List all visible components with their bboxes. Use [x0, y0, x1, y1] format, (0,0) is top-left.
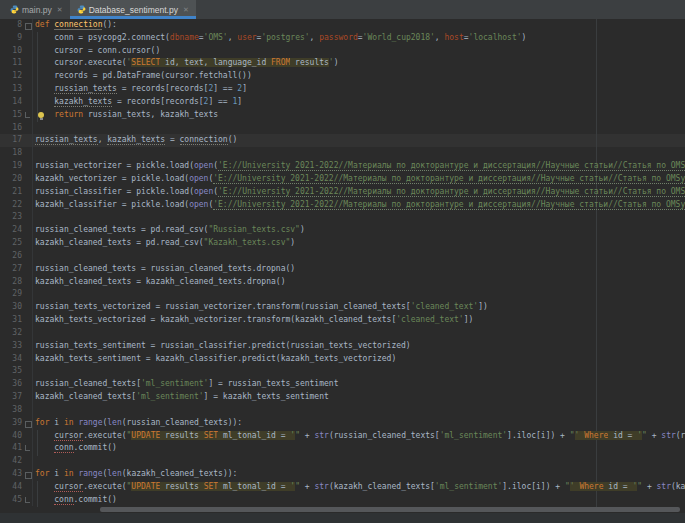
- code-line[interactable]: 45 conn.commit(): [0, 494, 685, 507]
- code-line[interactable]: 14 kazakh_texts = records[records[2] == …: [0, 96, 685, 109]
- gutter-fold-area: [24, 404, 32, 417]
- indent-guide: [37, 481, 38, 507]
- code-line[interactable]: 32: [0, 327, 685, 340]
- code-line[interactable]: 27russian_cleaned_texts = russian_cleane…: [0, 263, 685, 276]
- code-line[interactable]: 25kazakh_cleaned_texts = pd.read_csv("Ka…: [0, 237, 685, 250]
- code-line[interactable]: 20kazakh_vectorizer = pickle.load(open('…: [0, 173, 685, 186]
- code-line[interactable]: 9 conn = psycopg2.connect(dbname='OMS', …: [0, 32, 685, 45]
- gutter-fold-area: [24, 378, 32, 391]
- code-text: conn.commit(): [32, 442, 685, 455]
- line-number: 11: [0, 57, 24, 70]
- code-text: def connection():: [32, 19, 685, 32]
- fold-start-icon[interactable]: [25, 23, 32, 30]
- code-text: russian_cleaned_texts['ml_sentiment'] = …: [32, 378, 685, 391]
- gutter-fold-area: [24, 70, 32, 83]
- code-line[interactable]: 16: [0, 122, 685, 135]
- fold-start-icon[interactable]: [25, 472, 32, 479]
- tab-close-icon[interactable]: ✕: [57, 6, 63, 13]
- code-line[interactable]: 18: [0, 147, 685, 160]
- gutter-fold-area: [24, 340, 32, 353]
- code-line[interactable]: 36russian_cleaned_texts['ml_sentiment'] …: [0, 378, 685, 391]
- code-line[interactable]: 19russian_vectorizer = pickle.load(open(…: [0, 160, 685, 173]
- python-file-icon: [10, 5, 19, 14]
- intention-bulb-icon[interactable]: [38, 112, 44, 118]
- gutter-fold-area: [24, 147, 32, 160]
- code-line[interactable]: 30russian_texts_vectorized = russian_vec…: [0, 301, 685, 314]
- code-line[interactable]: 22kazakh_classifier = pickle.load(open('…: [0, 199, 685, 212]
- tab-database-sentiment-py[interactable]: Database_sentiment.py ✕: [70, 0, 196, 19]
- fold-end-icon[interactable]: [25, 445, 30, 451]
- code-line[interactable]: 15 return russian_texts, kazakh_texts: [0, 109, 685, 122]
- code-text: [32, 327, 685, 340]
- code-line[interactable]: 31kazakh_texts_vectorized = kazakh_vecto…: [0, 314, 685, 327]
- code-line[interactable]: 42: [0, 455, 685, 468]
- gutter-fold-area: [24, 109, 32, 122]
- line-number: 22: [0, 199, 24, 212]
- gutter-fold-area: [24, 83, 32, 96]
- code-text: russian_vectorizer = pickle.load(open('E…: [32, 160, 685, 173]
- indent-guide: [37, 430, 38, 456]
- code-text: [32, 147, 685, 160]
- code-line[interactable]: 34kazakh_texts_sentiment = kazakh_classi…: [0, 353, 685, 366]
- tab-close-icon[interactable]: ✕: [183, 6, 189, 13]
- code-line[interactable]: 29: [0, 288, 685, 301]
- fold-end-icon[interactable]: [25, 112, 30, 118]
- tab-main-py[interactable]: main.py ✕: [3, 0, 70, 19]
- code-text: [32, 288, 685, 301]
- fold-start-icon[interactable]: [25, 421, 32, 428]
- line-number: 37: [0, 391, 24, 404]
- gutter-fold-area: [24, 134, 32, 147]
- code-line[interactable]: 40 cursor.execute("UPDATE results SET ml…: [0, 430, 685, 443]
- code-line[interactable]: 12 records = pd.DataFrame(cursor.fetchal…: [0, 70, 685, 83]
- code-line[interactable]: 35: [0, 365, 685, 378]
- code-text: russian_texts, kazakh_texts = connection…: [32, 134, 685, 147]
- gutter-fold-area: [24, 96, 32, 109]
- code-line[interactable]: 8def connection():: [0, 19, 685, 32]
- fold-end-icon[interactable]: [25, 497, 30, 503]
- code-line[interactable]: 17russian_texts, kazakh_texts = connecti…: [0, 134, 685, 147]
- code-text: kazakh_classifier = pickle.load(open('E:…: [32, 199, 685, 212]
- code-lines: 8def connection():9 conn = psycopg2.conn…: [0, 19, 685, 506]
- code-text: cursor.execute('SELECT id, text, languag…: [32, 57, 685, 70]
- code-line[interactable]: 13 russian_texts = records[records[2] ==…: [0, 83, 685, 96]
- code-text: russian_texts_sentiment = russian_classi…: [32, 340, 685, 353]
- code-line[interactable]: 41 conn.commit(): [0, 442, 685, 455]
- code-text: kazakh_texts_vectorized = kazakh_vectori…: [32, 314, 685, 327]
- scrollbar-thumb[interactable]: [100, 507, 680, 512]
- line-number: 25: [0, 237, 24, 250]
- code-editor[interactable]: 8def connection():9 conn = psycopg2.conn…: [0, 19, 685, 507]
- code-text: kazakh_texts_sentiment = kazakh_classifi…: [32, 353, 685, 366]
- code-line[interactable]: 39for i in range(len(russian_cleaned_tex…: [0, 417, 685, 430]
- code-line[interactable]: 37kazakh_cleaned_texts['ml_sentiment'] =…: [0, 391, 685, 404]
- code-text: [32, 455, 685, 468]
- gutter-fold-area: [24, 122, 32, 135]
- line-number: 16: [0, 122, 24, 135]
- code-text: conn.commit(): [32, 494, 685, 507]
- gutter-fold-area: [24, 494, 32, 507]
- line-number: 18: [0, 147, 24, 160]
- line-number: 31: [0, 314, 24, 327]
- code-line[interactable]: 24russian_cleaned_texts = pd.read_csv("R…: [0, 224, 685, 237]
- code-text: kazakh_cleaned_texts = pd.read_csv("Kaza…: [32, 237, 685, 250]
- code-line[interactable]: 23: [0, 211, 685, 224]
- code-line[interactable]: 11 cursor.execute('SELECT id, text, lang…: [0, 57, 685, 70]
- code-line[interactable]: 21russian_classifier = pickle.load(open(…: [0, 186, 685, 199]
- code-line[interactable]: 26: [0, 250, 685, 263]
- gutter-fold-area: [24, 353, 32, 366]
- tab-label: Database_sentiment.py: [89, 5, 178, 15]
- code-line[interactable]: 10 cursor = conn.cursor(): [0, 45, 685, 58]
- code-line[interactable]: 28kazakh_cleaned_texts = kazakh_cleaned_…: [0, 276, 685, 289]
- gutter-fold-area: [24, 276, 32, 289]
- gutter-fold-area: [24, 19, 32, 32]
- code-text: russian_texts_vectorized = russian_vecto…: [32, 301, 685, 314]
- code-text: conn = psycopg2.connect(dbname='OMS', us…: [32, 32, 685, 45]
- code-line[interactable]: 43for i in range(len(kazakh_cleaned_text…: [0, 468, 685, 481]
- gutter-fold-area: [24, 327, 32, 340]
- python-file-icon: [77, 5, 86, 14]
- code-line[interactable]: 38: [0, 404, 685, 417]
- code-text: russian_texts = records[records[2] == 2]: [32, 83, 685, 96]
- code-line[interactable]: 44 cursor.execute("UPDATE results SET ml…: [0, 481, 685, 494]
- code-line[interactable]: 33russian_texts_sentiment = russian_clas…: [0, 340, 685, 353]
- horizontal-scrollbar[interactable]: [0, 507, 685, 513]
- gutter-fold-area: [24, 173, 32, 186]
